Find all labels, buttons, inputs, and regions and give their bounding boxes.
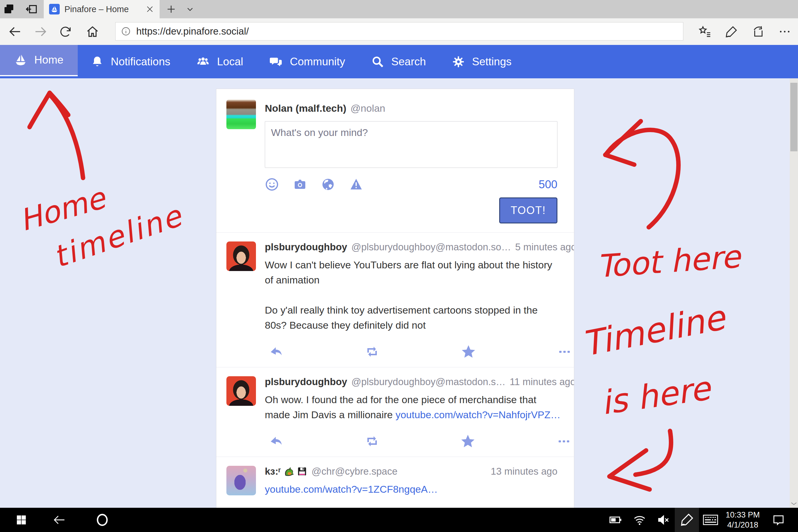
globe-icon[interactable] xyxy=(321,177,335,191)
nav-tab-local[interactable]: Local xyxy=(183,45,256,78)
url-text: https://dev.pinafore.social/ xyxy=(136,26,249,37)
post-handle: @chr@cybre.space xyxy=(311,466,398,477)
post-display-name[interactable]: plsburydoughboy xyxy=(265,376,347,387)
nav-tab-community[interactable]: Community xyxy=(256,45,358,78)
toolbar-right-group xyxy=(698,18,792,45)
compose-box: Nolan (malf.tech) @nolan xyxy=(216,89,574,232)
sailboat-icon xyxy=(14,54,27,66)
timeline-card: Nolan (malf.tech) @nolan xyxy=(216,89,574,508)
dragon-emoji xyxy=(283,466,294,477)
new-tab-icon[interactable] xyxy=(162,0,180,18)
post-body: Wow I can't believe YouTubers are flat o… xyxy=(265,258,574,333)
reply-icon[interactable] xyxy=(269,345,284,359)
browser-tab[interactable]: Pinafore – Home xyxy=(44,0,159,18)
pinafore-page: Nolan (malf.tech) @nolan xyxy=(0,78,798,508)
screen: Pinafore – Home https://de xyxy=(0,0,798,532)
favorites-hub-icon[interactable] xyxy=(698,25,712,38)
nav-tab-search[interactable]: Search xyxy=(358,45,439,78)
set-tabs-aside-icon[interactable] xyxy=(22,0,41,18)
post-header: plsburydoughboy @plsburydoughboy@mastodo… xyxy=(265,242,574,253)
tab-title: Pinafore – Home xyxy=(64,4,142,14)
bell-icon xyxy=(91,55,104,68)
post-body: youtube.com/watch?v=1ZCF8ngqeA… xyxy=(265,482,557,497)
compose-user-row: Nolan (malf.tech) @nolan xyxy=(265,102,557,114)
search-icon xyxy=(371,55,384,68)
post-link[interactable]: youtube.com/watch?v=NahfojrVPZ… xyxy=(396,409,560,420)
back-icon[interactable] xyxy=(5,18,24,45)
boost-icon[interactable] xyxy=(364,345,380,359)
site-info-icon[interactable] xyxy=(121,26,131,36)
tab-list-chevron-icon[interactable] xyxy=(181,0,199,18)
post-display-name[interactable]: plsburydoughboy xyxy=(265,242,347,253)
post-display-name[interactable]: kз:ʳ xyxy=(265,466,307,477)
toot-button[interactable]: TOOT! xyxy=(499,197,557,224)
nav-label: Notifications xyxy=(111,56,171,68)
nav-label: Local xyxy=(217,56,243,68)
timeline-post: plsburydoughboy @plsburydoughboy@mastodo… xyxy=(216,367,574,457)
forward-icon[interactable] xyxy=(31,18,50,45)
post-avatar[interactable] xyxy=(226,466,256,495)
windows-taskbar: 10:33 PM 4/1/2018 xyxy=(0,508,798,532)
wifi-icon[interactable] xyxy=(630,508,649,532)
nav-label: Search xyxy=(391,56,426,68)
compose-input[interactable] xyxy=(265,121,557,168)
start-button-icon[interactable] xyxy=(12,508,31,532)
compose-avatar xyxy=(226,100,256,129)
post-avatar[interactable] xyxy=(226,376,256,406)
post-handle: @plsburydoughboy@mastodon.so… xyxy=(352,242,511,253)
address-bar[interactable]: https://dev.pinafore.social/ xyxy=(115,22,683,40)
post-body: Oh wow. I found the ad for the one piece… xyxy=(265,392,574,422)
post-avatar[interactable] xyxy=(226,242,256,271)
page-scrollbar[interactable] xyxy=(790,78,798,508)
nav-tab-home[interactable]: Home xyxy=(0,45,78,76)
pinafore-nav: Home Notifications Local Community Searc… xyxy=(0,45,798,78)
timeline-post: kз:ʳ @chr@cybre.space 13 minutes ago you… xyxy=(216,457,574,508)
compose-handle: @nolan xyxy=(350,102,385,114)
content-warning-icon[interactable] xyxy=(349,177,363,191)
nav-label: Home xyxy=(34,54,63,66)
post-timestamp[interactable]: 5 minutes ago xyxy=(515,242,574,253)
scrollbar-down-arrow-icon[interactable] xyxy=(790,501,798,507)
post-header: plsburydoughboy @plsburydoughboy@mastodo… xyxy=(265,376,574,387)
touch-keyboard-icon[interactable] xyxy=(700,508,721,532)
scrollbar-thumb[interactable] xyxy=(790,83,797,151)
post-timestamp[interactable]: 13 minutes ago xyxy=(491,466,557,477)
cortana-icon[interactable] xyxy=(93,508,112,532)
favorite-star-icon[interactable] xyxy=(460,344,477,359)
close-tab-icon[interactable] xyxy=(146,5,154,14)
refresh-icon[interactable] xyxy=(56,18,75,45)
reply-icon[interactable] xyxy=(269,434,284,448)
share-icon[interactable] xyxy=(751,25,765,38)
emoji-picker-icon[interactable] xyxy=(265,177,279,191)
nav-label: Settings xyxy=(472,56,512,68)
post-link[interactable]: youtube.com/watch?v=1ZCF8ngqeA… xyxy=(265,483,438,495)
taskbar-clock[interactable]: 10:33 PM 4/1/2018 xyxy=(723,508,762,532)
post-timestamp[interactable]: 11 minutes ago xyxy=(510,376,574,387)
action-center-icon[interactable] xyxy=(769,508,788,532)
camera-icon[interactable] xyxy=(292,177,307,191)
home-icon[interactable] xyxy=(83,18,102,45)
taskbar-back-icon[interactable] xyxy=(50,508,69,532)
windows-ink-pen-icon[interactable] xyxy=(675,508,699,532)
battery-icon[interactable] xyxy=(606,508,625,532)
more-actions-icon[interactable] xyxy=(556,434,572,448)
volume-muted-icon[interactable] xyxy=(654,508,673,532)
browser-toolbar: https://dev.pinafore.social/ xyxy=(0,18,798,45)
web-note-pen-icon[interactable] xyxy=(725,25,738,38)
people-icon xyxy=(196,55,210,68)
tab-preview-icon[interactable] xyxy=(0,0,18,18)
nav-tab-settings[interactable]: Settings xyxy=(439,45,525,78)
clock-time: 10:33 PM xyxy=(726,510,760,520)
favorite-star-icon[interactable] xyxy=(460,434,476,449)
post-handle: @plsburydoughboy@mastodon.s… xyxy=(352,376,506,387)
post-actions xyxy=(265,434,574,449)
clock-date: 4/1/2018 xyxy=(727,520,758,530)
more-menu-icon[interactable] xyxy=(778,25,792,38)
boost-icon[interactable] xyxy=(364,434,380,448)
nav-label: Community xyxy=(290,56,345,68)
more-actions-icon[interactable] xyxy=(557,345,572,359)
nav-tab-notifications[interactable]: Notifications xyxy=(78,45,184,78)
browser-tab-bar: Pinafore – Home xyxy=(0,0,798,18)
chat-bubbles-icon xyxy=(269,55,283,68)
post-header: kз:ʳ @chr@cybre.space 13 minutes ago xyxy=(265,466,557,477)
